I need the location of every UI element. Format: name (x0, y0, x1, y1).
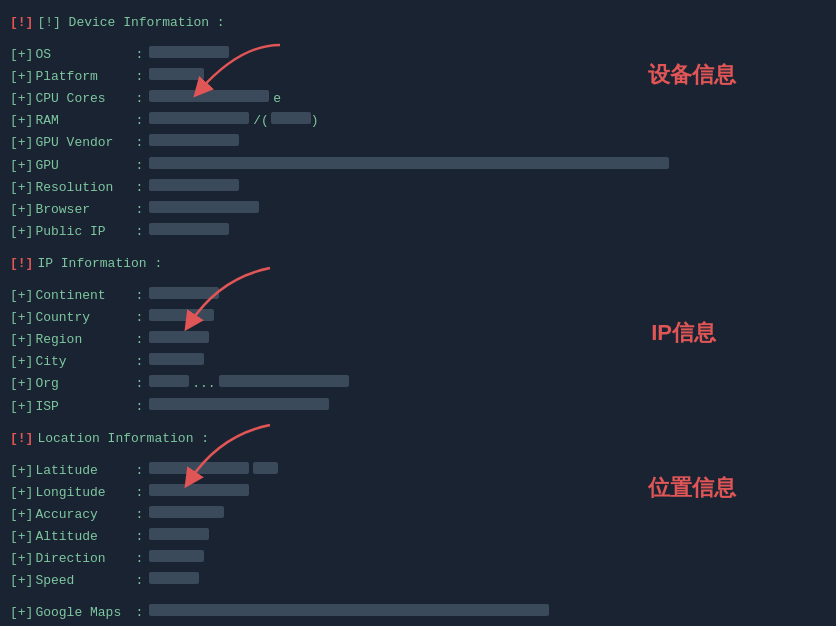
public-ip-value (149, 223, 229, 235)
location-header: [!] Location Information : (10, 428, 826, 450)
field-google-maps: [+] Google Maps : (10, 602, 826, 624)
terminal: [!] [!] Device Information : [+] OS : [+… (0, 8, 836, 626)
field-direction: [+] Direction : (10, 548, 826, 570)
ip-arrow (170, 258, 300, 338)
direction-value (149, 550, 204, 562)
city-value (149, 353, 204, 365)
field-continent: [+] Continent : (10, 285, 826, 307)
field-gpu: [+] GPU : (10, 155, 826, 177)
device-arrow (180, 35, 310, 105)
ram-value (149, 112, 249, 124)
google-maps-value (149, 604, 549, 616)
field-browser: [+] Browser : (10, 199, 826, 221)
field-ram: [+] RAM : /( ) (10, 110, 826, 132)
device-annotation: 设备信息 (648, 60, 736, 90)
isp-value (149, 398, 329, 410)
ip-annotation: IP信息 (651, 318, 716, 348)
browser-value (149, 201, 259, 213)
field-accuracy: [+] Accuracy : (10, 504, 826, 526)
field-city: [+] City : (10, 351, 826, 373)
gpu-value (149, 157, 669, 169)
field-org: [+] Org : ... (10, 373, 826, 395)
field-cpu-cores: [+] CPU Cores : e (10, 88, 826, 110)
exclaim-bracket: [!] (10, 12, 33, 34)
field-public-ip: [+] Public IP : (10, 221, 826, 243)
field-gpu-vendor: [+] GPU Vendor : (10, 132, 826, 154)
gpu-vendor-value (149, 134, 239, 146)
accuracy-value (149, 506, 224, 518)
location-annotation: 位置信息 (648, 473, 736, 503)
field-speed: [+] Speed : (10, 570, 826, 592)
device-header: [!] [!] Device Information : (10, 12, 826, 34)
ip-header: [!] IP Information : (10, 253, 826, 275)
altitude-value (149, 528, 209, 540)
field-isp: [+] ISP : (10, 396, 826, 418)
location-arrow (170, 415, 300, 495)
field-resolution: [+] Resolution : (10, 177, 826, 199)
resolution-value (149, 179, 239, 191)
speed-value (149, 572, 199, 584)
field-altitude: [+] Altitude : (10, 526, 826, 548)
